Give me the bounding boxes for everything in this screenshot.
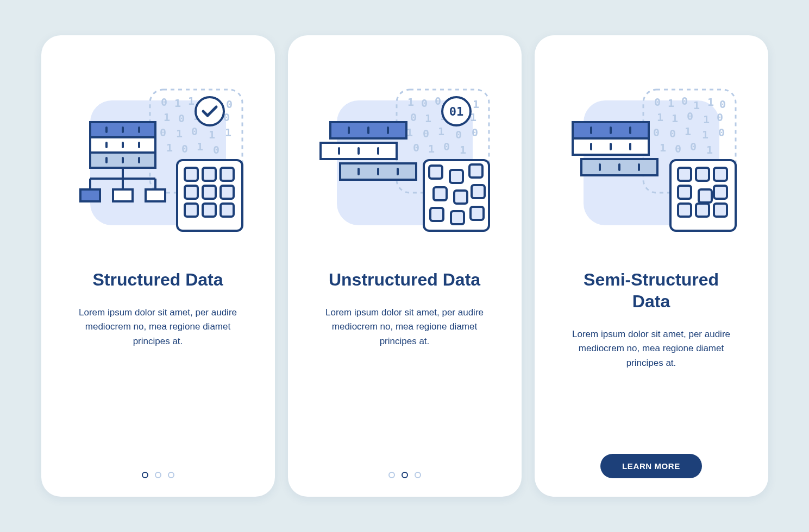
card-title: Unstructured Data: [329, 269, 480, 290]
svg-rect-81: [434, 187, 447, 200]
svg-rect-129: [696, 204, 709, 217]
svg-text:1: 1: [672, 112, 678, 125]
svg-text:0: 0: [675, 142, 681, 155]
svg-text:1: 1: [657, 111, 663, 124]
svg-text:1: 1: [425, 112, 431, 125]
svg-text:1: 1: [438, 125, 444, 138]
svg-rect-50: [80, 189, 100, 201]
pagination-dot-1[interactable]: [388, 472, 395, 478]
svg-text:1: 1: [660, 141, 666, 154]
pagination-dot-1[interactable]: [142, 472, 148, 478]
unstructured-data-icon: 100101 01101 10100 0101 01: [304, 57, 505, 258]
svg-text:01: 01: [449, 105, 463, 118]
svg-rect-128: [678, 204, 691, 217]
svg-text:0: 0: [719, 98, 726, 111]
svg-rect-28: [203, 186, 216, 199]
svg-text:0: 0: [435, 94, 441, 107]
semi-structured-data-icon: 010110 11010 00110 1001: [551, 57, 752, 258]
svg-text:1: 1: [703, 113, 710, 126]
card-footer: [288, 472, 522, 478]
svg-rect-124: [714, 168, 727, 181]
svg-text:0: 0: [213, 143, 220, 156]
svg-text:1: 1: [174, 97, 181, 110]
svg-rect-126: [699, 189, 712, 202]
svg-rect-29: [221, 186, 234, 199]
svg-rect-130: [714, 204, 727, 217]
svg-rect-85: [451, 211, 464, 224]
svg-rect-26: [221, 168, 234, 181]
pagination-dot-2[interactable]: [155, 472, 161, 478]
svg-text:0: 0: [687, 110, 693, 123]
svg-text:1: 1: [197, 140, 203, 153]
onboarding-card-unstructured: 100101 01101 10100 0101 01: [288, 35, 522, 497]
svg-text:0: 0: [423, 127, 429, 140]
pagination-dots: [142, 472, 174, 478]
pagination-dot-3[interactable]: [168, 472, 174, 478]
svg-text:1: 1: [702, 128, 708, 141]
svg-rect-24: [185, 168, 198, 181]
svg-rect-122: [678, 168, 691, 181]
svg-text:0: 0: [681, 94, 688, 107]
svg-text:1: 1: [685, 125, 691, 138]
svg-rect-27: [185, 186, 198, 199]
svg-text:0: 0: [718, 126, 725, 139]
svg-text:1: 1: [209, 128, 215, 141]
svg-rect-86: [471, 207, 484, 220]
svg-text:0: 0: [413, 141, 419, 154]
pagination-dot-2[interactable]: [402, 472, 408, 478]
onboarding-card-semi-structured: 010110 11010 00110 1001: [535, 35, 768, 497]
svg-rect-51: [113, 189, 133, 201]
svg-text:1: 1: [460, 143, 466, 156]
svg-text:0: 0: [181, 142, 188, 155]
svg-text:1: 1: [668, 97, 674, 110]
svg-rect-30: [185, 204, 198, 217]
svg-rect-32: [221, 204, 234, 217]
svg-text:0: 0: [191, 125, 198, 138]
svg-text:0: 0: [443, 140, 450, 153]
svg-rect-31: [203, 204, 216, 217]
svg-rect-52: [146, 189, 165, 201]
svg-rect-78: [429, 166, 442, 179]
card-description: Lorem ipsum dolor sit amet, per audire m…: [318, 306, 492, 349]
svg-text:1: 1: [166, 141, 173, 154]
svg-rect-25: [203, 168, 216, 181]
onboarding-card-structured: 011010 10110 01011 1010: [41, 35, 275, 497]
svg-text:0: 0: [160, 126, 166, 139]
learn-more-button[interactable]: LEARN MORE: [600, 454, 702, 478]
svg-text:0: 0: [455, 128, 462, 141]
svg-text:1: 1: [706, 143, 713, 156]
svg-text:1: 1: [428, 142, 435, 155]
svg-text:1: 1: [164, 111, 170, 124]
svg-text:0: 0: [669, 127, 676, 140]
svg-text:0: 0: [226, 98, 233, 111]
svg-text:0: 0: [690, 140, 697, 153]
pagination-dots: [388, 472, 421, 478]
svg-point-22: [196, 97, 224, 125]
card-title: Semi-Structured Data: [575, 269, 728, 312]
svg-text:0: 0: [421, 97, 428, 110]
svg-text:1: 1: [693, 99, 700, 112]
onboarding-stage: 011010 10110 01011 1010: [0, 0, 809, 532]
svg-text:0: 0: [178, 112, 185, 125]
svg-text:0: 0: [654, 96, 661, 109]
svg-text:0: 0: [410, 111, 417, 124]
svg-rect-84: [430, 208, 443, 221]
svg-text:1: 1: [707, 96, 714, 109]
pagination-dot-3[interactable]: [415, 472, 421, 478]
svg-text:0: 0: [161, 96, 167, 109]
card-footer: [41, 472, 275, 478]
card-description: Lorem ipsum dolor sit amet, per audire m…: [71, 306, 245, 349]
svg-rect-83: [472, 185, 485, 198]
svg-text:1: 1: [176, 127, 183, 140]
svg-text:1: 1: [407, 96, 414, 109]
svg-rect-80: [469, 164, 482, 178]
card-footer: LEARN MORE: [535, 454, 768, 478]
svg-rect-125: [678, 186, 691, 199]
svg-text:1: 1: [188, 94, 195, 107]
svg-text:1: 1: [473, 98, 479, 111]
svg-text:0: 0: [653, 126, 660, 139]
svg-rect-79: [450, 170, 463, 183]
card-title: Structured Data: [92, 269, 223, 290]
structured-data-icon: 011010 10110 01011 1010: [58, 57, 259, 258]
card-description: Lorem ipsum dolor sit amet, per audire m…: [565, 327, 738, 370]
